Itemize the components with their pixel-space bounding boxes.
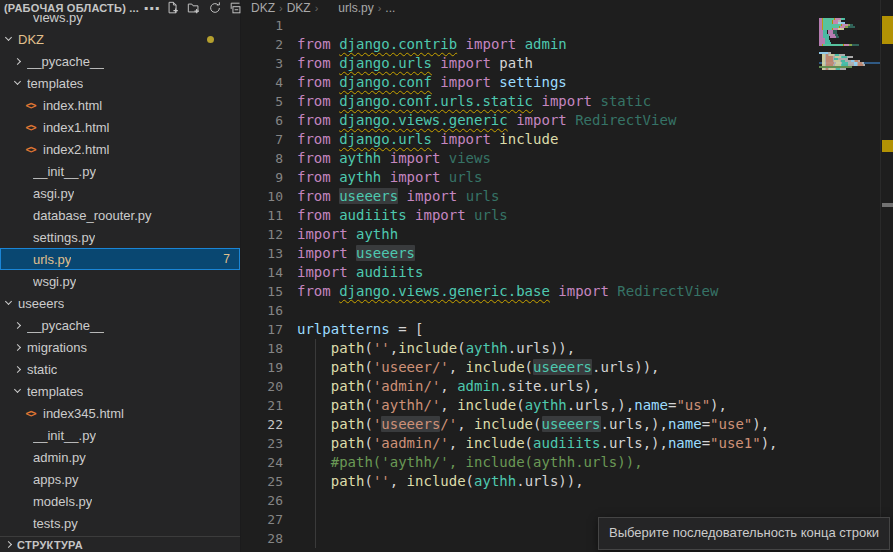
code-line[interactable]: 10from useeers import urls [241, 187, 893, 206]
collapse-all-icon[interactable] [229, 1, 243, 15]
code-text: from django.conf import settings [297, 73, 567, 92]
refresh-icon[interactable] [208, 1, 222, 15]
python-file-icon [13, 186, 28, 201]
tree-item-index345-html[interactable]: <>index345.html [0, 402, 240, 424]
breadcrumb-item[interactable]: DKZ [287, 1, 311, 15]
line-number: 2 [241, 35, 283, 54]
code-line[interactable]: 24 #path('aythh/', include(aythh.urls)), [241, 453, 893, 472]
tree-item-database-roouter-py[interactable]: database_roouter.py [0, 204, 240, 226]
code-line[interactable]: 11from audiiits import urls [241, 206, 893, 225]
code-line[interactable]: 20 path('admin/', admin.site.urls), [241, 377, 893, 396]
tree-item-migrations[interactable]: migrations [0, 336, 240, 358]
breadcrumb-item[interactable]: urls.py [338, 1, 373, 15]
code-line[interactable]: 19 path('useeer/', include(useeers.urls)… [241, 358, 893, 377]
tree-item-useeers[interactable]: useeers [0, 292, 240, 314]
code-line[interactable]: 22 path('useeers/', include(useeers.urls… [241, 415, 893, 434]
new-folder-icon[interactable] [187, 1, 201, 15]
code-text: path('', include(aythh.urls)), [297, 472, 584, 491]
code-line[interactable]: 14import audiiits [241, 263, 893, 282]
tree-item-static[interactable]: static [0, 358, 240, 380]
code-line[interactable]: 16 [241, 301, 893, 320]
breadcrumb-item[interactable]: DKZ [251, 1, 275, 15]
tree-item-label: index1.html [43, 120, 109, 135]
tree-item--init-py[interactable]: __init__.py [0, 424, 240, 446]
tree-item-apps-py[interactable]: apps.py [0, 468, 240, 490]
code-text: from django.conf.urls.static import stat… [297, 92, 651, 111]
code-line[interactable]: 26 [241, 491, 893, 510]
warning-marker [882, 140, 893, 152]
tree-item--init-py[interactable]: __init__.py [0, 160, 240, 182]
code-line[interactable]: 12import aythh [241, 225, 893, 244]
tree-item-templates[interactable]: templates [0, 380, 240, 402]
tree-item--pycache-[interactable]: __pycache__ [0, 50, 240, 72]
python-file-icon [13, 494, 28, 509]
tree-item-settings-py[interactable]: settings.py [0, 226, 240, 248]
tree-item-wsgi-py[interactable]: wsgi.py [0, 270, 240, 292]
tree-item-label: useeers [18, 296, 64, 311]
line-number: 13 [241, 244, 283, 263]
code-line[interactable]: 23 path('aadmin/', include(audiiits.urls… [241, 434, 893, 453]
statusbar-tooltip: Выберите последовательность конца строки [598, 517, 890, 550]
chevron-down-icon [14, 386, 21, 393]
code-text: from audiiits import urls [297, 206, 508, 225]
code-text: import audiiits [297, 263, 423, 282]
line-number: 3 [241, 54, 283, 73]
code-line[interactable]: 8from aythh import views [241, 149, 893, 168]
new-file-icon[interactable] [166, 1, 180, 15]
tree-item-dkz[interactable]: DKZ [0, 28, 240, 50]
code-line[interactable]: 18 path('',include(aythh.urls)), [241, 339, 893, 358]
tree-item-label: asgi.py [33, 186, 74, 201]
tree-item-index-html[interactable]: <>index.html [0, 94, 240, 116]
tree-item-label: static [27, 362, 57, 377]
tree-item-models-py[interactable]: models.py [0, 490, 240, 512]
code-line[interactable]: 7from django.urls import include [241, 130, 893, 149]
tree-item-admin-py[interactable]: admin.py [0, 446, 240, 468]
line-number: 20 [241, 377, 283, 396]
editor-pane: DKZ›DKZ›urls.py›... 12from django.contri… [241, 0, 893, 552]
outline-section-header[interactable]: СТРУКТУРА [0, 536, 240, 552]
breadcrumb-item[interactable]: ... [385, 1, 395, 15]
code-line[interactable]: 21 path('aythh/', include(aythh.urls,),n… [241, 396, 893, 415]
code-line[interactable]: 2from django.contrib import admin [241, 35, 893, 54]
tree-item-label: templates [27, 76, 83, 91]
tree-item-tests-py[interactable]: tests.py [0, 512, 240, 534]
outline-label: СТРУКТУРА [17, 539, 83, 551]
chevron-down-icon [14, 78, 21, 85]
explorer-section-header: (РАБОЧАЯ ОБЛАСТЬ) ... ⋯ [0, 0, 240, 15]
explorer-sidebar: views.pyDKZ__pycache__templates<>index.h… [0, 0, 241, 552]
tree-item--pycache-[interactable]: __pycache__ [0, 314, 240, 336]
more-actions-icon[interactable]: ⋯ [145, 1, 159, 15]
workspace-title: (РАБОЧАЯ ОБЛАСТЬ) ... [4, 2, 139, 14]
code-line[interactable]: 17urlpatterns = [ [241, 320, 893, 339]
line-number: 18 [241, 339, 283, 358]
code-line[interactable]: 5from django.conf.urls.static import sta… [241, 92, 893, 111]
python-file-icon [13, 472, 28, 487]
code-line[interactable]: 15from django.views.generic.base import … [241, 282, 893, 301]
code-line[interactable]: 9from aythh import urls [241, 168, 893, 187]
tree-item-urls-py[interactable]: urls.py7 [0, 248, 240, 270]
code-text: path('aythh/', include(aythh.urls,),name… [297, 396, 727, 415]
code-line[interactable]: 13import useeers [241, 244, 893, 263]
tree-item-label: __pycache__ [27, 318, 104, 333]
code-area[interactable]: 12from django.contrib import admin3from … [241, 16, 893, 548]
section-toolbar: ⋯ [145, 1, 243, 15]
tree-item-label: models.py [33, 494, 92, 509]
modified-dot-icon [207, 36, 214, 43]
line-number: 21 [241, 396, 283, 415]
code-line[interactable]: 4from django.conf import settings [241, 73, 893, 92]
vscode-window: views.pyDKZ__pycache__templates<>index.h… [0, 0, 893, 552]
code-line[interactable]: 6from django.views.generic import Redire… [241, 111, 893, 130]
minimap[interactable] [819, 16, 881, 156]
html-file-icon: <> [23, 98, 38, 113]
tree-item-index2-html[interactable]: <>index2.html [0, 138, 240, 160]
tree-item-templates[interactable]: templates [0, 72, 240, 94]
overview-ruler[interactable] [880, 0, 893, 552]
code-line[interactable]: 25 path('', include(aythh.urls)), [241, 472, 893, 491]
line-number: 5 [241, 92, 283, 111]
code-line[interactable]: 1 [241, 16, 893, 35]
code-line[interactable]: 3from django.urls import path [241, 54, 893, 73]
tree-item-asgi-py[interactable]: asgi.py [0, 182, 240, 204]
tree-item-label: index345.html [43, 406, 124, 421]
tree-item-label: admin.py [33, 450, 86, 465]
tree-item-index1-html[interactable]: <>index1.html [0, 116, 240, 138]
